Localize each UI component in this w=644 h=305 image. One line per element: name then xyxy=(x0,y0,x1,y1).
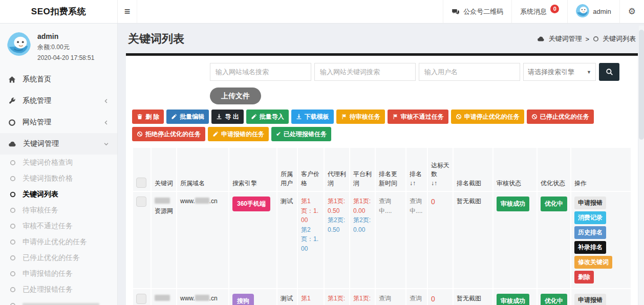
circle-icon xyxy=(10,271,16,277)
col-screenshot: 排名截图 xyxy=(454,148,492,191)
circle-icon xyxy=(10,287,16,293)
request-stop-tasks-button[interactable]: 申请停止优化的任务 xyxy=(451,110,524,124)
download-icon xyxy=(296,114,302,120)
sidebar-datetime: 2020-04-20 17:58:51 xyxy=(37,54,94,61)
sidebar-item-stopped[interactable]: 已停止优化的任务 xyxy=(0,250,117,266)
delete-button[interactable]: 删 除 xyxy=(132,110,164,124)
col-platform-profit: 平台利润 xyxy=(350,148,375,191)
audit-failed-tasks-button[interactable]: 审核不通过任务 xyxy=(388,110,448,124)
download-template-button[interactable]: 下载模板 xyxy=(291,110,334,124)
sidebar-item-error-requested[interactable]: 申请报错的任务 xyxy=(0,266,117,281)
keyword-search-input[interactable] xyxy=(314,63,416,81)
row-checkbox[interactable] xyxy=(136,197,146,207)
bulk-edit-button[interactable]: 批量编辑 xyxy=(166,110,209,124)
days-met-cell: 0 xyxy=(428,289,453,305)
consumption-record-button[interactable]: 消费记录 xyxy=(574,211,606,224)
col-rank[interactable]: 排名↓↑ xyxy=(406,148,427,191)
circle-icon xyxy=(10,223,16,229)
select-all-checkbox[interactable] xyxy=(136,178,146,188)
menu-toggle-icon[interactable]: ≡ xyxy=(118,0,137,23)
sidebar-item-request-stop[interactable]: 申请停止优化的任务 xyxy=(0,234,117,250)
history-rank-button[interactable]: 历史排名 xyxy=(574,226,606,239)
audit-status-badge: 审核成功 xyxy=(497,197,529,211)
sidebar-item-keywords[interactable]: 关键词管理 xyxy=(0,133,117,155)
search-button[interactable] xyxy=(599,63,619,81)
trash-icon xyxy=(137,114,143,120)
row-checkbox[interactable] xyxy=(136,294,146,304)
table-row: 资源网 www..cn 搜狗 测试 第1页：1.00第2页：1.00 第1页:0… xyxy=(133,289,631,305)
bulk-actions: 删 除 批量编辑 导 出 批量导入 下载模板 待审核任务 审核不通过任务 申请停… xyxy=(132,110,632,141)
edit-keyword-button[interactable]: 修改关键词 xyxy=(574,256,612,269)
table-header-row: 关键词 所属域名 搜索引擎 所属用户 客户价格 代理利润 平台利润 排名更新时间… xyxy=(133,148,631,191)
domain-search-input[interactable] xyxy=(210,63,311,81)
col-keyword: 关键词 xyxy=(152,148,176,191)
sidebar-item-partial[interactable] xyxy=(0,297,117,305)
sidebar: admin 余额:0.00元 2020-04-20 17:58:51 系统首页 … xyxy=(0,24,118,305)
sidebar-item-keyword-price-query[interactable]: 关键词价格查询 xyxy=(0,155,117,170)
col-days-met[interactable]: 达标天数↓↑ xyxy=(428,148,453,191)
bulk-import-button[interactable]: 批量导入 xyxy=(246,110,289,124)
screenshot-cell: 暂无截图 xyxy=(454,289,492,305)
system-messages-menu[interactable]: 系统消息 0 xyxy=(511,0,567,23)
circle-icon xyxy=(8,119,16,126)
export-button[interactable]: 导 出 xyxy=(211,110,243,124)
qr-code-menu[interactable]: 公众号二维码 xyxy=(443,0,511,23)
sort-icon: ↓↑ xyxy=(410,180,416,187)
chevron-left-icon xyxy=(103,98,109,104)
domain-cell: www..cn xyxy=(177,192,228,288)
sidebar-item-website[interactable]: 网站管理 xyxy=(0,112,117,133)
sidebar-item-error-handled[interactable]: 已处理报错任务 xyxy=(0,281,117,297)
sidebar-item-system[interactable]: 系统管理 xyxy=(0,90,117,112)
dropdown-arrow-icon: ▼ xyxy=(587,70,591,75)
customer-price-cell: 第1页：1.00第2页：1.00 xyxy=(298,289,324,305)
chevron-down-icon xyxy=(103,141,109,147)
stopped-tasks-button[interactable]: 已停止优化的任务 xyxy=(527,110,594,124)
report-error-button[interactable]: 申请报错 xyxy=(574,197,606,209)
settings-menu[interactable]: ⚙ xyxy=(619,0,644,23)
sidebar-nav: 系统首页 系统管理 网站管理 关键词管理 关键词价格查询 xyxy=(0,69,117,305)
circle-icon xyxy=(10,239,16,245)
agent-profit-cell: 第1页:0.50第2页:0.50 xyxy=(325,289,349,305)
screenshot-cell: 暂无截图 xyxy=(454,192,492,288)
sidebar-item-home[interactable]: 系统首页 xyxy=(0,69,117,90)
rank-time-cell: 查询中.... xyxy=(376,289,405,305)
rejected-stop-tasks-button[interactable]: 拒绝停止优化的任务 xyxy=(132,127,205,141)
col-engine: 搜索引擎 xyxy=(229,148,276,191)
days-met-cell: 0 xyxy=(428,192,453,288)
sidebar-item-keyword-list[interactable]: 关键词列表 xyxy=(0,186,117,202)
sidebar-item-keyword-index-price[interactable]: 关键词指数价格 xyxy=(0,170,117,186)
username-search-input[interactable] xyxy=(419,63,520,81)
upload-file-button[interactable]: 上传文件 xyxy=(210,88,261,104)
sidebar-user-panel: admin 余额:0.00元 2020-04-20 17:58:51 xyxy=(0,24,117,69)
sidebar-item-pending-audit[interactable]: 待审核任务 xyxy=(0,202,117,218)
breadcrumb: 关键词管理 > 关键词列表 xyxy=(537,34,636,43)
cloud-icon xyxy=(8,140,16,148)
breadcrumb-separator: > xyxy=(585,35,589,43)
sidebar-username: admin xyxy=(37,32,94,40)
ban-icon xyxy=(137,131,143,137)
scrollbar-thumb[interactable] xyxy=(639,30,644,140)
delete-row-button[interactable]: 删除 xyxy=(574,271,594,284)
keyword-list-panel: 请选择搜索引擎 ▼ 上传文件 删 除 批量编辑 导 出 批量导入 下载模板 待审… xyxy=(126,56,638,305)
ban-icon xyxy=(531,114,538,120)
error-requested-tasks-button[interactable]: 申请报错的任务 xyxy=(208,127,269,141)
engine-select[interactable]: 请选择搜索引擎 ▼ xyxy=(523,63,596,81)
user-menu[interactable]: admin xyxy=(567,0,619,23)
breadcrumb-parent[interactable]: 关键词管理 xyxy=(548,34,582,43)
ban-icon xyxy=(456,114,462,120)
sidebar-item-audit-failed[interactable]: 审核不通过任务 xyxy=(0,218,117,234)
vertical-scrollbar[interactable] xyxy=(639,26,644,305)
edit-icon xyxy=(251,114,257,120)
error-handled-tasks-button[interactable]: ✔已处理报错任务 xyxy=(271,127,331,141)
col-operations: 操作 xyxy=(571,148,631,191)
comments-icon xyxy=(452,8,460,16)
keyword-cell: 资源网 xyxy=(152,289,176,305)
supplement-rank-button[interactable]: 补录排名 xyxy=(574,241,606,254)
table-row: 资源网 www..cn 360手机端 测试 第1页：1.00第2页：1.00 第… xyxy=(133,192,631,288)
masked-keyword xyxy=(155,295,170,301)
rank-cell: 查询中.... xyxy=(406,289,427,305)
check-icon: ✔ xyxy=(276,130,281,138)
pending-audit-tasks-button[interactable]: 待审核任务 xyxy=(336,110,385,124)
report-error-button[interactable]: 申请报错 xyxy=(574,294,606,305)
col-customer-price: 客户价格 xyxy=(298,148,324,191)
